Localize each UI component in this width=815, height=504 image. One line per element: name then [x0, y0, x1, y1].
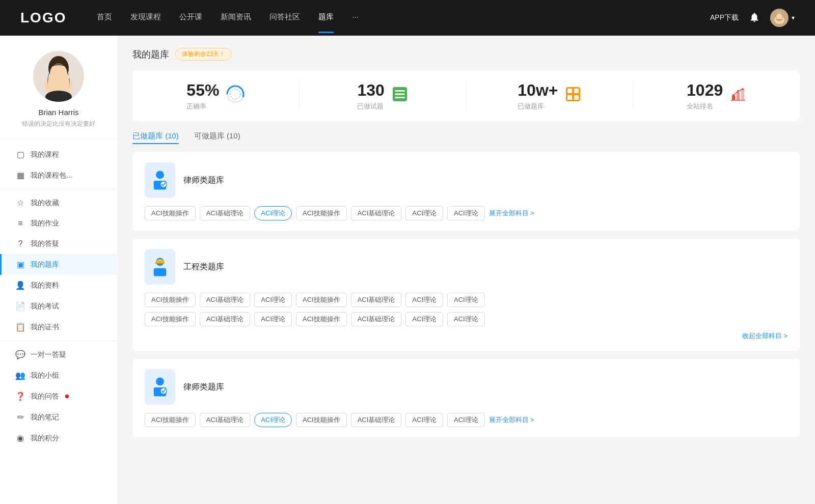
sidebar-item-myqa[interactable]: ❓ 我的问答: [0, 386, 117, 407]
stat-value-rank: 1029 全站排名: [687, 81, 723, 111]
nav-courses[interactable]: 发现课程: [130, 12, 161, 24]
bank-card-3: 律师类题库 ACI技能操作 ACI基础理论 ACI理论 ACI技能操作 ACI基…: [132, 359, 800, 437]
tag-1-2[interactable]: ACI基础理论: [200, 206, 251, 220]
stat-done-questions: 130 已做试题: [300, 81, 467, 111]
sidebar-label-notes: 我的笔记: [31, 413, 59, 422]
topnav: LOGO 首页 发现课程 公开课 新闻资讯 问答社区 题库 ··· APP下载: [0, 0, 815, 36]
tag-2-1[interactable]: ACI技能操作: [145, 293, 196, 307]
sidebar-item-mycourses[interactable]: ▢ 我的课程: [0, 144, 117, 165]
tag-2-8[interactable]: ACI技能操作: [145, 312, 196, 326]
tag-2-14[interactable]: ACI理论: [447, 312, 485, 326]
notification-icon[interactable]: [749, 12, 760, 24]
bank-card-3-header: 律师类题库: [145, 369, 787, 405]
bank-card-2-header: 工程类题库: [145, 249, 787, 285]
bank-card-2: 工程类题库 ACI技能操作 ACI基础理论 ACI理论 ACI技能操作 ACI基…: [132, 239, 800, 351]
document-icon: ▢: [15, 150, 25, 159]
tag-2-12[interactable]: ACI基础理论: [351, 312, 402, 326]
tag-2-9[interactable]: ACI基础理论: [200, 312, 251, 326]
nav-more[interactable]: ···: [352, 12, 359, 24]
sidebar-item-profile[interactable]: 👤 我的资料: [0, 275, 117, 296]
tag-1-3[interactable]: ACI理论: [254, 206, 292, 220]
tag-3-1[interactable]: ACI技能操作: [145, 413, 196, 427]
sidebar-item-bank[interactable]: ▣ 我的题库: [0, 254, 117, 275]
svg-rect-35: [154, 268, 167, 276]
profile-avatar: [33, 51, 84, 102]
nav-open[interactable]: 公开课: [179, 12, 202, 24]
tab-available[interactable]: 可做题库 (10): [194, 131, 240, 144]
sidebar-item-homework[interactable]: ≡ 我的作业: [0, 213, 117, 234]
group-icon: 👥: [15, 371, 25, 380]
sidebar-label-cert: 我的证书: [31, 323, 59, 332]
bank-card-1-icon: [145, 162, 175, 198]
divider-2: [0, 341, 117, 341]
collapse-link-2[interactable]: 收起全部科目 >: [145, 331, 787, 341]
chat-icon: 💬: [15, 350, 25, 359]
tag-1-6[interactable]: ACI理论: [405, 206, 443, 220]
sidebar-item-1on1[interactable]: 💬 一对一答疑: [0, 344, 117, 365]
svg-rect-19: [567, 89, 572, 93]
profile-section: Brian Harris 错误的决定比没有决定要好: [0, 36, 117, 139]
qa-icon: ?: [15, 239, 25, 248]
sidebar-label-group: 我的小组: [31, 371, 59, 380]
sidebar-label-profile: 我的资料: [31, 281, 59, 290]
nav-news[interactable]: 新闻资讯: [221, 12, 251, 24]
expand-link-3[interactable]: 展开全部科目 >: [489, 415, 534, 425]
pie-chart-icon: [226, 85, 244, 107]
svg-rect-15: [395, 90, 405, 92]
sidebar-item-notes[interactable]: ✏ 我的笔记: [0, 407, 117, 428]
tag-2-11[interactable]: ACI技能操作: [296, 312, 347, 326]
sidebar-label-exam: 我的考试: [31, 302, 59, 311]
sidebar-item-mypackages[interactable]: ▦ 我的课程包...: [0, 165, 117, 186]
sidebar-item-qa[interactable]: ? 我的答疑: [0, 234, 117, 254]
tag-3-7[interactable]: ACI理论: [447, 413, 485, 427]
stat-value-done: 130 已做试题: [357, 81, 384, 111]
bank-card-3-tags: ACI技能操作 ACI基础理论 ACI理论 ACI技能操作 ACI基础理论 AC…: [145, 413, 787, 427]
tag-1-1[interactable]: ACI技能操作: [145, 206, 196, 220]
tag-3-3[interactable]: ACI理论: [254, 413, 292, 427]
expand-link-1[interactable]: 展开全部科目 >: [489, 209, 534, 218]
user-avatar[interactable]: ▾: [770, 9, 795, 27]
bank-card-2-tags-row1: ACI技能操作 ACI基础理论 ACI理论 ACI技能操作 ACI基础理论 AC…: [145, 293, 787, 307]
app-download-btn[interactable]: APP下载: [710, 13, 739, 22]
tag-2-3[interactable]: ACI理论: [254, 293, 292, 307]
bank-card-2-tags-row2: ACI技能操作 ACI基础理论 ACI理论 ACI技能操作 ACI基础理论 AC…: [145, 312, 787, 326]
svg-rect-21: [567, 95, 572, 100]
bar-chart-red-icon: [730, 86, 746, 106]
nav-qa[interactable]: 问答社区: [269, 12, 300, 24]
tab-done[interactable]: 已做题库 (10): [132, 131, 179, 144]
nav-bank[interactable]: 题库: [318, 12, 334, 24]
svg-rect-16: [395, 94, 405, 95]
sidebar-label-mypackages: 我的课程包...: [31, 171, 72, 180]
tag-2-6[interactable]: ACI理论: [405, 293, 443, 307]
unread-badge: [65, 395, 69, 398]
sidebar-item-exam[interactable]: 📄 我的考试: [0, 296, 117, 317]
tag-2-5[interactable]: ACI基础理论: [351, 293, 402, 307]
sidebar-label-favorites: 我的收藏: [31, 199, 59, 208]
notes-icon: ✏: [15, 412, 25, 422]
tag-3-4[interactable]: ACI技能操作: [296, 413, 347, 427]
tag-1-5[interactable]: ACI基础理论: [351, 206, 402, 220]
bank-card-3-icon: [145, 369, 175, 405]
tag-2-7[interactable]: ACI理论: [447, 293, 485, 307]
points-icon: ◉: [15, 433, 25, 443]
tag-3-2[interactable]: ACI基础理论: [200, 413, 251, 427]
sidebar-item-favorites[interactable]: ☆ 我的收藏: [0, 192, 117, 213]
tag-1-4[interactable]: ACI技能操作: [296, 206, 347, 220]
nav-home[interactable]: 首页: [97, 12, 112, 24]
tag-1-7[interactable]: ACI理论: [447, 206, 485, 220]
sidebar-item-group[interactable]: 👥 我的小组: [0, 365, 117, 386]
tag-2-2[interactable]: ACI基础理论: [200, 293, 251, 307]
bank-card-1-name: 律师类题库: [183, 175, 224, 186]
sidebar-item-cert[interactable]: 📋 我的证书: [0, 317, 117, 338]
tag-2-10[interactable]: ACI理论: [254, 312, 292, 326]
sidebar-item-points[interactable]: ◉ 我的积分: [0, 428, 117, 449]
profile-icon: 👤: [15, 281, 25, 290]
tag-3-5[interactable]: ACI基础理论: [351, 413, 402, 427]
tag-2-13[interactable]: ACI理论: [405, 312, 443, 326]
svg-rect-20: [574, 89, 579, 93]
grid-orange-icon: [565, 86, 581, 106]
tag-3-6[interactable]: ACI理论: [405, 413, 443, 427]
tag-2-4[interactable]: ACI技能操作: [296, 293, 347, 307]
svg-point-29: [742, 88, 744, 90]
svg-rect-24: [737, 92, 740, 100]
